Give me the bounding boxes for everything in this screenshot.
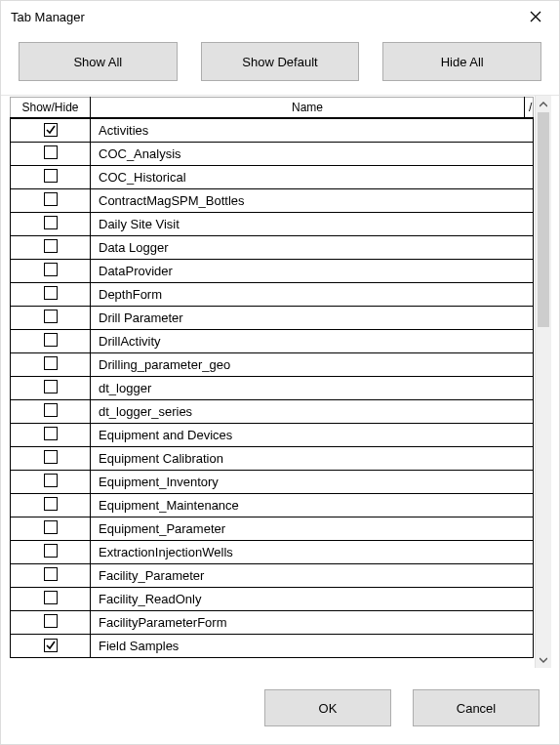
showhide-checkbox[interactable] (44, 639, 58, 652)
showhide-checkbox[interactable] (44, 450, 58, 464)
grid-area: Show/Hide Name / ActivitiesCOC_AnalysisC… (9, 96, 535, 668)
scroll-down-button[interactable] (536, 651, 551, 668)
table-row[interactable]: DepthForm (11, 283, 534, 307)
row-name-cell: Equipment Calibration (91, 447, 534, 471)
row-showhide-cell[interactable] (11, 307, 91, 330)
table-row[interactable]: Activities (11, 119, 534, 143)
table-row[interactable]: COC_Historical (11, 166, 534, 189)
table-row[interactable]: Field Samples (11, 635, 534, 658)
row-showhide-cell[interactable] (11, 236, 91, 260)
row-showhide-cell[interactable] (11, 377, 91, 400)
showhide-checkbox[interactable] (44, 614, 58, 628)
row-showhide-cell[interactable] (11, 517, 91, 541)
table-row[interactable]: Equipment_Maintenance (11, 494, 534, 517)
showhide-checkbox[interactable] (44, 145, 58, 159)
row-name-cell: dt_logger (91, 377, 534, 400)
row-showhide-cell[interactable] (11, 353, 91, 377)
table-row[interactable]: Equipment Calibration (11, 447, 534, 471)
showhide-checkbox[interactable] (44, 474, 58, 487)
showhide-checkbox[interactable] (44, 216, 58, 229)
row-showhide-cell[interactable] (11, 424, 91, 447)
table-row[interactable]: Equipment_Parameter (11, 517, 534, 541)
tab-manager-window: Tab Manager Show All Show Default Hide A… (0, 0, 560, 745)
tabs-table: Show/Hide Name / (10, 97, 534, 118)
table-row[interactable]: Drilling_parameter_geo (11, 353, 534, 377)
table-row[interactable]: dt_logger (11, 377, 534, 400)
table-row[interactable]: Drill Parameter (11, 307, 534, 330)
row-name-cell: Drill Parameter (91, 307, 534, 330)
ok-button[interactable]: OK (264, 689, 391, 726)
row-name-cell: Equipment and Devices (91, 424, 534, 447)
table-row[interactable]: DataProvider (11, 260, 534, 283)
row-name-cell: ExtractionInjectionWells (91, 541, 534, 564)
table-row[interactable]: Data Logger (11, 236, 534, 260)
row-showhide-cell[interactable] (11, 635, 91, 658)
row-showhide-cell[interactable] (11, 494, 91, 517)
column-header-name[interactable]: Name (91, 98, 525, 118)
row-showhide-cell[interactable] (11, 119, 91, 143)
showhide-checkbox[interactable] (44, 380, 58, 393)
row-showhide-cell[interactable] (11, 541, 91, 564)
window-title: Tab Manager (11, 10, 516, 24)
cancel-button[interactable]: Cancel (413, 689, 540, 726)
row-name-cell: Daily Site Visit (91, 213, 534, 236)
row-showhide-cell[interactable] (11, 564, 91, 588)
showhide-checkbox[interactable] (44, 497, 58, 511)
showhide-checkbox[interactable] (44, 591, 58, 604)
table-row[interactable]: Facility_ReadOnly (11, 588, 534, 611)
hide-all-button[interactable]: Hide All (382, 42, 541, 81)
showhide-checkbox[interactable] (44, 356, 58, 370)
footer-buttons: OK Cancel (1, 676, 559, 744)
row-showhide-cell[interactable] (11, 471, 91, 494)
showhide-checkbox[interactable] (44, 263, 58, 276)
showhide-checkbox[interactable] (44, 544, 58, 558)
row-name-cell: DepthForm (91, 283, 534, 307)
showhide-checkbox[interactable] (44, 192, 58, 206)
column-header-sort[interactable]: / (525, 98, 534, 118)
showhide-checkbox[interactable] (44, 520, 58, 534)
showhide-checkbox[interactable] (44, 403, 58, 417)
showhide-checkbox[interactable] (44, 333, 58, 347)
table-row[interactable]: Facility_Parameter (11, 564, 534, 588)
table-row[interactable]: COC_Analysis (11, 143, 534, 166)
showhide-checkbox[interactable] (44, 310, 58, 323)
showhide-checkbox[interactable] (44, 123, 58, 137)
showhide-checkbox[interactable] (44, 567, 58, 581)
row-showhide-cell[interactable] (11, 447, 91, 471)
table-row[interactable]: ContractMagSPM_Bottles (11, 189, 534, 213)
showhide-checkbox[interactable] (44, 239, 58, 253)
showhide-checkbox[interactable] (44, 427, 58, 440)
row-name-cell: Equipment_Maintenance (91, 494, 534, 517)
scroll-up-button[interactable] (536, 96, 551, 112)
row-showhide-cell[interactable] (11, 400, 91, 424)
row-name-cell: COC_Analysis (91, 143, 534, 166)
table-row[interactable]: dt_logger_series (11, 400, 534, 424)
row-name-cell: Facility_ReadOnly (91, 588, 534, 611)
table-row[interactable]: DrillActivity (11, 330, 534, 353)
show-all-button[interactable]: Show All (19, 42, 178, 81)
scroll-thumb[interactable] (538, 112, 549, 327)
row-showhide-cell[interactable] (11, 166, 91, 189)
row-showhide-cell[interactable] (11, 330, 91, 353)
row-showhide-cell[interactable] (11, 260, 91, 283)
vertical-scrollbar[interactable] (535, 96, 551, 668)
row-name-cell: dt_logger_series (91, 400, 534, 424)
row-showhide-cell[interactable] (11, 189, 91, 213)
row-showhide-cell[interactable] (11, 283, 91, 307)
showhide-checkbox[interactable] (44, 169, 58, 183)
table-row[interactable]: Daily Site Visit (11, 213, 534, 236)
row-name-cell: FacilityParameterForm (91, 611, 534, 635)
table-row[interactable]: Equipment and Devices (11, 424, 534, 447)
table-row[interactable]: ExtractionInjectionWells (11, 541, 534, 564)
close-button[interactable] (516, 3, 555, 30)
row-showhide-cell[interactable] (11, 611, 91, 635)
row-showhide-cell[interactable] (11, 213, 91, 236)
table-row[interactable]: Equipment_Inventory (11, 471, 534, 494)
scroll-track[interactable] (536, 112, 551, 651)
showhide-checkbox[interactable] (44, 286, 58, 300)
row-showhide-cell[interactable] (11, 143, 91, 166)
table-row[interactable]: FacilityParameterForm (11, 611, 534, 635)
row-showhide-cell[interactable] (11, 588, 91, 611)
show-default-button[interactable]: Show Default (201, 42, 360, 81)
column-header-showhide[interactable]: Show/Hide (11, 98, 91, 118)
